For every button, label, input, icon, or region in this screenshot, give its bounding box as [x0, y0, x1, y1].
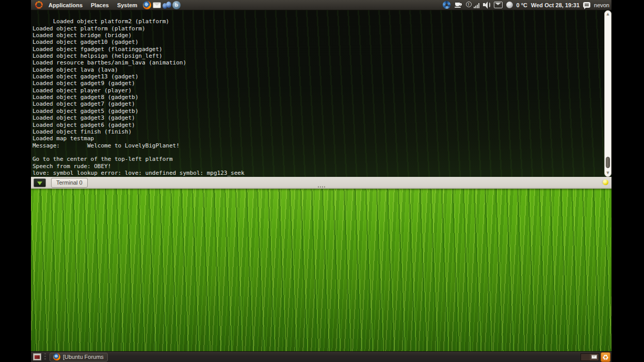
- ubuntu-logo-icon[interactable]: [35, 1, 43, 9]
- bottom-panel-right: ♻: [581, 352, 610, 362]
- show-desktop-button[interactable]: [33, 353, 41, 360]
- terminal-window: Loaded object platform2 (platform) Loade…: [31, 10, 611, 177]
- network-status-icon[interactable]: !: [466, 2, 479, 9]
- blue-drops-launcher-icon[interactable]: [163, 1, 171, 9]
- dropdown-terminal-icon[interactable]: [34, 178, 46, 187]
- trash-icon[interactable]: ♻: [601, 352, 610, 362]
- window-title: [Ubuntu Forums - Po...: [63, 354, 104, 360]
- message-indicator-icon[interactable]: [494, 2, 503, 8]
- taskbar-window-button[interactable]: [Ubuntu Forums - Po...: [50, 353, 108, 361]
- menu-places[interactable]: Places: [87, 1, 112, 10]
- desktop-screen: Applications Places System b ! 0 °C Wed …: [31, 0, 611, 362]
- terminal-tab-bar: Terminal 0: [31, 177, 611, 189]
- bottom-panel: [Ubuntu Forums - Po... ♻: [31, 351, 611, 362]
- terminal-output[interactable]: Loaded object platform2 (platform) Loade…: [33, 11, 603, 177]
- mail-launcher-icon[interactable]: [153, 1, 161, 9]
- firefox-launcher-icon[interactable]: [143, 1, 151, 9]
- volume-icon[interactable]: [483, 2, 490, 8]
- terminal-tab-0[interactable]: Terminal 0: [51, 178, 88, 188]
- workspace-window-envelope-icon: [591, 355, 597, 359]
- weather-icon[interactable]: [506, 2, 513, 8]
- top-panel: Applications Places System b ! 0 °C Wed …: [31, 0, 611, 10]
- workspace-2[interactable]: [590, 354, 599, 360]
- main-menu: Applications Places System: [34, 1, 141, 10]
- firefox-window-icon: [53, 353, 60, 360]
- network-alert-badge: !: [466, 2, 472, 7]
- scrollbar-thumb[interactable]: [606, 157, 610, 168]
- clock[interactable]: Wed Oct 28, 19:31: [531, 2, 579, 8]
- workspace-switcher: [581, 353, 599, 361]
- terminal-lines: Loaded object platform2 (platform) Loade…: [33, 18, 245, 176]
- coffee-cup-tray-icon[interactable]: [455, 2, 462, 9]
- resize-grip[interactable]: [318, 186, 325, 188]
- chat-bubble-icon[interactable]: [583, 2, 590, 8]
- menu-applications[interactable]: Applications: [45, 1, 86, 10]
- weather-temperature[interactable]: 0 °C: [517, 2, 528, 8]
- window-list-handle[interactable]: [44, 353, 46, 361]
- workspace-1[interactable]: [581, 354, 590, 360]
- blue-swirl-tray-icon[interactable]: [442, 1, 451, 9]
- system-tray: ! 0 °C Wed Oct 28, 19:31 nevon: [442, 1, 609, 9]
- panel-launchers: b: [143, 1, 181, 9]
- terminal-scrollbar[interactable]: ▲ ▼: [604, 10, 611, 177]
- scroll-down-arrow-icon[interactable]: ▼: [605, 171, 611, 175]
- notification-ball-icon[interactable]: [603, 179, 608, 185]
- user-menu[interactable]: nevon: [594, 2, 609, 8]
- scroll-up-arrow-icon[interactable]: ▲: [605, 12, 611, 17]
- down-arrow-icon: [37, 182, 42, 185]
- menu-system[interactable]: System: [114, 1, 141, 10]
- banshee-launcher-icon[interactable]: b: [172, 1, 181, 9]
